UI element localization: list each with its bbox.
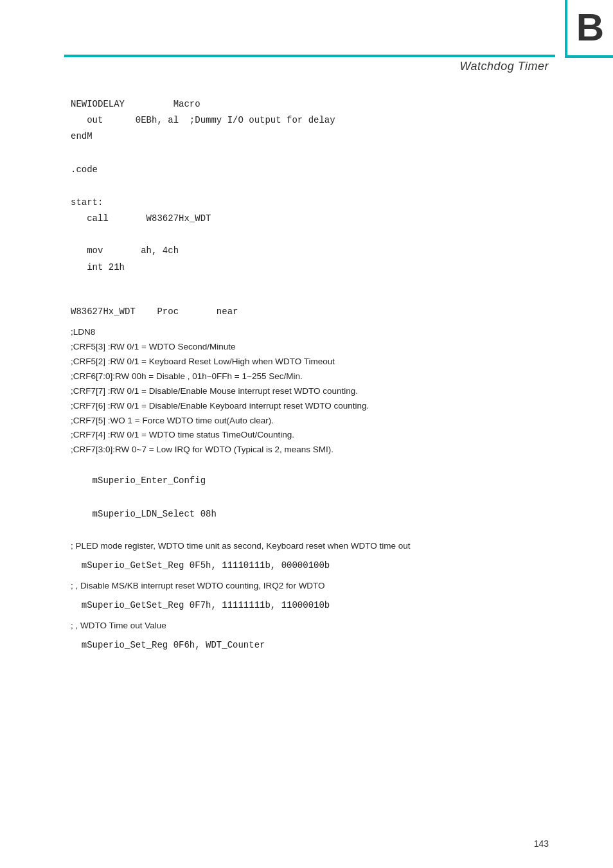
start-section: start: call W83627Hx_WDT mov ah, 4ch int… — [71, 195, 549, 276]
teal-bar — [64, 55, 555, 57]
content-area: NEWIODELAY Macro out 0EBh, al ;Dummy I/O… — [0, 84, 613, 697]
ms-kb-comment: ; , Disable MS/KB interrupt reset WDTO c… — [71, 579, 549, 594]
page-container: B Watchdog Timer NEWIODELAY Macro out 0E… — [0, 0, 613, 868]
proc-comments: ;LDN8 ;CRF5[3] :RW 0/1 = WDTO Second/Min… — [71, 325, 549, 457]
pled-line: mSuperio_GetSet_Reg 0F5h, 11110111b, 000… — [71, 558, 549, 574]
enter-config: mSuperio_Enter_Config — [71, 473, 549, 489]
header-area: B Watchdog Timer — [0, 0, 613, 84]
code-section: .code — [71, 162, 549, 178]
page-number: 143 — [534, 838, 549, 849]
b-tab: B — [565, 0, 613, 58]
newiodelay-code: NEWIODELAY Macro out 0EBh, al ;Dummy I/O… — [71, 96, 549, 145]
pled-comment: ; PLED mode register, WDTO time unit as … — [71, 539, 549, 554]
ldn-select: mSuperio_LDN_Select 08h — [71, 506, 549, 522]
wdto-comment: ; , WDTO Time out Value — [71, 619, 549, 633]
wdto-line: mSuperio_Set_Reg 0F6h, WDT_Counter — [71, 637, 549, 653]
page-title: Watchdog Timer — [459, 60, 549, 73]
appendix-letter: B — [576, 8, 604, 47]
ms-kb-line: mSuperio_GetSet_Reg 0F7h, 11111111b, 110… — [71, 598, 549, 614]
proc-header: W83627Hx_WDT Proc near — [71, 304, 549, 320]
